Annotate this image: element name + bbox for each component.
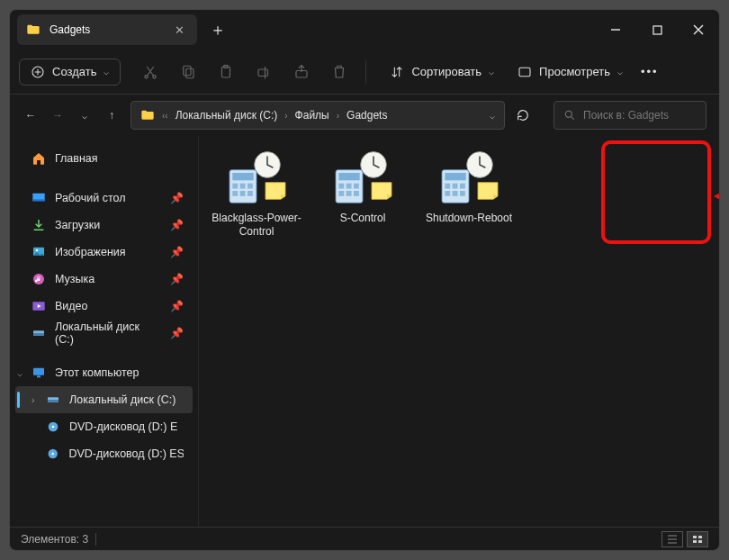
drive-icon bbox=[32, 326, 46, 340]
sidebar-item-label: Загрузки bbox=[55, 219, 100, 231]
tab-gadgets[interactable]: Gadgets ✕ bbox=[17, 14, 197, 45]
svg-point-28 bbox=[51, 453, 54, 456]
folder-icon bbox=[140, 108, 155, 122]
sidebar-home[interactable]: Главная bbox=[15, 145, 193, 172]
svg-rect-11 bbox=[519, 68, 530, 76]
titlebar: Gadgets ✕ ＋ bbox=[10, 10, 719, 50]
chevron-down-icon: ⌵ bbox=[104, 67, 109, 77]
tab-title: Gadgets bbox=[50, 23, 166, 36]
svg-rect-54 bbox=[453, 191, 458, 196]
tab-close-icon[interactable]: ✕ bbox=[175, 23, 184, 37]
sidebar-video[interactable]: Видео📌 bbox=[15, 293, 193, 320]
svg-rect-34 bbox=[248, 184, 253, 189]
explorer-window: Gadgets ✕ ＋ Создать ⌵ Сортировать ⌵ bbox=[9, 9, 720, 551]
delete-icon[interactable] bbox=[331, 64, 347, 80]
folder-icon bbox=[26, 23, 40, 37]
dvd-icon bbox=[46, 447, 59, 461]
svg-rect-49 bbox=[445, 173, 465, 180]
sidebar-pictures[interactable]: Изображения📌 bbox=[15, 239, 193, 266]
svg-rect-31 bbox=[232, 173, 253, 180]
sidebar-item-label: DVD-дисковод (D:) E bbox=[69, 420, 177, 433]
pin-icon: 📌 bbox=[170, 219, 184, 231]
sidebar-downloads[interactable]: Загрузки📌 bbox=[15, 212, 193, 239]
view-icon bbox=[518, 65, 532, 79]
crumb-files[interactable]: Файлы› bbox=[295, 109, 339, 122]
file-item[interactable]: S-Control bbox=[316, 154, 410, 225]
sidebar-disk-c[interactable]: Локальный диск (C:)📌 bbox=[15, 320, 193, 347]
close-button[interactable] bbox=[678, 10, 719, 50]
refresh-button[interactable] bbox=[516, 108, 543, 122]
view-button[interactable]: Просмотреть ⌵ bbox=[518, 65, 623, 79]
svg-rect-33 bbox=[240, 184, 246, 189]
new-button[interactable]: Создать ⌵ bbox=[19, 59, 121, 86]
sidebar-music[interactable]: Музыка📌 bbox=[15, 266, 193, 293]
svg-rect-35 bbox=[232, 191, 238, 196]
icons-view-button[interactable] bbox=[687, 531, 708, 547]
chevron-down-icon[interactable]: ⌵ bbox=[490, 111, 495, 121]
file-label: Blackglass-Power-Control bbox=[210, 212, 303, 239]
svg-rect-9 bbox=[258, 69, 268, 77]
sort-icon bbox=[390, 65, 404, 79]
annotation-arrow bbox=[714, 183, 719, 210]
svg-rect-14 bbox=[32, 199, 44, 201]
pin-icon: 📌 bbox=[170, 327, 184, 339]
sidebar-dvd-2[interactable]: DVD-дисковод (D:) ESI bbox=[15, 440, 193, 467]
new-tab-button[interactable]: ＋ bbox=[210, 19, 226, 41]
file-item[interactable]: Blackglass-Power-Control bbox=[210, 154, 303, 239]
sidebar-this-pc[interactable]: ⌵ Этот компьютер bbox=[15, 359, 193, 386]
sidebar-item-label: Музыка bbox=[55, 273, 94, 285]
home-icon bbox=[32, 151, 46, 166]
sort-button[interactable]: Сортировать ⌵ bbox=[390, 65, 494, 79]
rename-icon[interactable] bbox=[256, 64, 272, 80]
expand-icon[interactable]: › bbox=[32, 395, 34, 405]
share-icon[interactable] bbox=[293, 64, 310, 80]
annotation-highlight bbox=[601, 140, 711, 244]
nav-row: ← → ⌵ ↑ ‹‹ Локальный диск (C:)› Файлы› G… bbox=[10, 95, 719, 136]
back-button[interactable]: ← bbox=[22, 109, 39, 122]
details-view-button[interactable] bbox=[662, 531, 683, 547]
crumb-label: Локальный диск (C:) bbox=[176, 109, 278, 122]
svg-rect-44 bbox=[338, 191, 344, 196]
pin-icon: 📌 bbox=[170, 192, 184, 204]
content-area[interactable]: Blackglass-Power-Control S-Control Shutd… bbox=[199, 136, 719, 527]
svg-rect-53 bbox=[445, 191, 450, 196]
sidebar-dvd-1[interactable]: DVD-дисковод (D:) E bbox=[15, 413, 193, 440]
crumb-label: Gadgets bbox=[346, 109, 387, 122]
svg-rect-1 bbox=[653, 26, 662, 34]
download-icon bbox=[32, 218, 46, 232]
chevron-down-icon: ⌵ bbox=[617, 67, 623, 77]
minimize-button[interactable] bbox=[595, 10, 636, 50]
sidebar-desktop[interactable]: Рабочий стол📌 bbox=[15, 185, 193, 212]
svg-rect-36 bbox=[240, 191, 246, 196]
expand-icon[interactable]: ⌵ bbox=[17, 368, 22, 378]
forward-button[interactable]: → bbox=[50, 109, 66, 122]
plus-circle-icon bbox=[31, 65, 45, 79]
paste-icon[interactable] bbox=[218, 64, 234, 80]
drive-icon bbox=[46, 393, 60, 407]
svg-rect-50 bbox=[445, 184, 450, 189]
crumb-disk-c[interactable]: Локальный диск (C:)› bbox=[176, 109, 288, 122]
crumb-gadgets[interactable]: Gadgets bbox=[346, 109, 387, 122]
toolbar-divider bbox=[365, 59, 366, 85]
sidebar-item-label: Локальный диск (C:) bbox=[69, 393, 176, 406]
picture-icon bbox=[32, 245, 46, 259]
file-item[interactable]: Shutdown-Reboot bbox=[422, 154, 516, 225]
svg-rect-43 bbox=[354, 184, 359, 189]
dvd-icon bbox=[46, 420, 60, 434]
new-label: Создать bbox=[52, 65, 96, 78]
svg-point-26 bbox=[52, 426, 55, 429]
maximize-button[interactable] bbox=[636, 10, 678, 50]
address-bar[interactable]: ‹‹ Локальный диск (C:)› Файлы› Gadgets ⌵ bbox=[130, 101, 505, 130]
more-button[interactable]: ••• bbox=[641, 65, 659, 78]
svg-point-16 bbox=[36, 249, 39, 252]
sidebar-disk-c-sub[interactable]: › Локальный диск (C:) bbox=[15, 386, 193, 413]
search-box[interactable]: Поиск в: Gadgets bbox=[554, 101, 706, 130]
copy-icon[interactable] bbox=[180, 64, 196, 80]
cut-icon[interactable] bbox=[142, 64, 158, 80]
chevron-icon: ‹‹ bbox=[162, 111, 168, 121]
history-button[interactable]: ⌵ bbox=[76, 111, 93, 121]
sidebar-item-label: Локальный диск (C:) bbox=[55, 321, 161, 346]
body: Главная Рабочий стол📌 Загрузки📌 Изображе… bbox=[10, 136, 719, 527]
desktop-icon bbox=[32, 191, 46, 205]
up-button[interactable]: ↑ bbox=[104, 109, 120, 122]
